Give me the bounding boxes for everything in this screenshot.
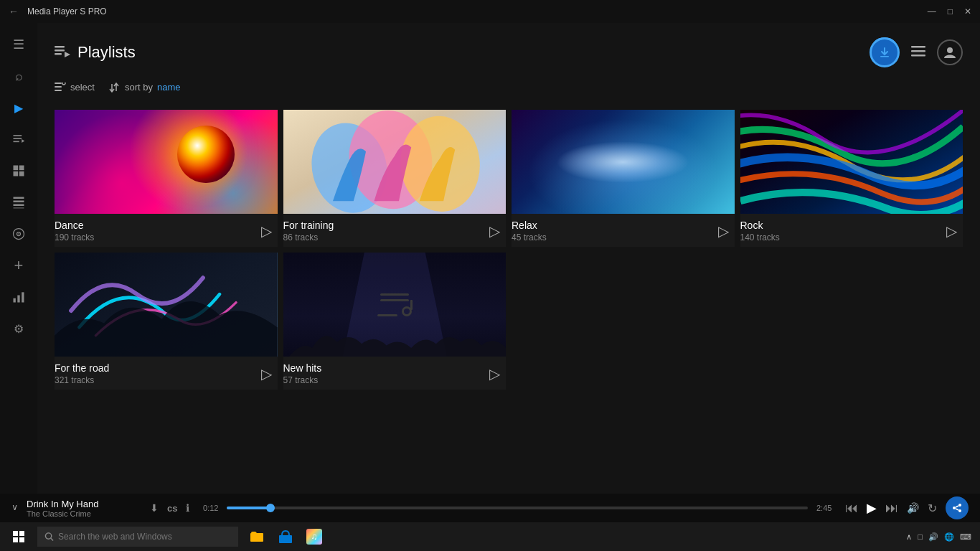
taskbar-app-store[interactable] (273, 522, 298, 551)
search-input[interactable] (58, 532, 231, 542)
tray-display-icon[interactable]: □ (918, 532, 923, 541)
close-button[interactable]: ✕ (964, 6, 971, 17)
search-icon (44, 532, 54, 542)
svg-marker-21 (65, 52, 70, 57)
svg-rect-23 (911, 46, 925, 48)
window-controls: — □ ✕ (928, 6, 971, 17)
user-icon[interactable] (937, 39, 963, 65)
sidebar-item-playlist[interactable] (0, 123, 37, 155)
taskbar-search-box[interactable] (37, 527, 238, 547)
player-track-name: Drink In My Hand (27, 499, 141, 509)
tray-arrow-icon[interactable]: ∧ (906, 532, 912, 542)
progress-fill (227, 507, 270, 509)
share-button[interactable] (946, 496, 969, 519)
svg-point-26 (947, 47, 953, 53)
prev-track-button[interactable]: ⏮ (845, 501, 858, 516)
repeat-button[interactable]: ↻ (928, 501, 937, 515)
svg-rect-4 (14, 166, 19, 171)
playlist-thumb-relax (512, 110, 735, 214)
progress-bar[interactable] (227, 507, 808, 509)
more-options-button[interactable] (911, 44, 925, 61)
play-button-dance[interactable]: ▷ (255, 220, 278, 242)
tray-speaker-icon[interactable]: 🔊 (928, 532, 938, 542)
store-icon (278, 529, 293, 544)
play-pause-button[interactable]: ▶ (867, 500, 877, 516)
playlist-card-relax[interactable]: Relax 45 tracks ▷ (512, 110, 735, 247)
svg-rect-17 (22, 292, 24, 302)
sidebar-item-menu[interactable]: ☰ (0, 29, 37, 60)
select-button[interactable]: select (55, 82, 95, 93)
sidebar-item-album[interactable] (0, 218, 37, 250)
play-button-rock[interactable]: ▷ (941, 220, 963, 242)
title-bar: ← Media Player S PRO — □ ✕ (0, 0, 980, 23)
sort-value[interactable]: name (157, 82, 181, 93)
player-collapse-button[interactable]: ∧ (11, 503, 18, 513)
total-time: 2:45 (816, 504, 837, 512)
playlist-card-hits[interactable]: New hits 57 tracks ▷ (283, 253, 507, 390)
sidebar-item-play[interactable]: ▶ (0, 92, 37, 123)
maximize-button[interactable]: □ (948, 6, 953, 17)
svg-rect-16 (17, 296, 19, 303)
file-explorer-icon (250, 529, 264, 544)
play-button-relax[interactable]: ▷ (712, 220, 735, 242)
progress-thumb (266, 504, 275, 512)
playlist-thumb-rock (740, 110, 963, 214)
header-actions (870, 37, 963, 67)
download-icon (879, 47, 890, 58)
sidebar-item-add[interactable]: + (0, 250, 37, 281)
svg-rect-45 (19, 531, 24, 536)
info-icon[interactable]: ℹ (186, 502, 189, 514)
playlist-card-road[interactable]: For the road 321 tracks ▷ (55, 253, 278, 390)
taskbar-app-file-explorer[interactable] (244, 522, 270, 551)
taskbar-app-media-player[interactable]: ♫ (301, 522, 327, 551)
app-title: Media Player S PRO (27, 6, 928, 17)
svg-rect-5 (19, 166, 24, 171)
playlist-thumb-dance (55, 110, 278, 214)
playlist-info-hits: New hits 57 tracks ▷ (283, 357, 507, 390)
svg-point-14 (18, 233, 19, 235)
sort-button[interactable]: sort by name (109, 82, 181, 93)
download-button[interactable] (870, 37, 900, 67)
playlist-info-training: For training 86 tracks ▷ (283, 214, 507, 247)
play-button-road[interactable]: ▷ (255, 362, 278, 385)
playlist-card-training[interactable]: For training 86 tracks ▷ (283, 110, 507, 247)
tray-network-icon[interactable]: 🌐 (944, 532, 954, 542)
next-track-button[interactable]: ⏭ (885, 501, 898, 516)
svg-point-40 (953, 507, 956, 509)
start-button[interactable] (0, 522, 37, 551)
sidebar-item-table[interactable] (0, 187, 37, 218)
svg-rect-19 (55, 50, 65, 52)
select-icon (55, 83, 66, 93)
toolbar: select sort by name (55, 82, 963, 93)
download-track-icon[interactable]: ⬇ (150, 502, 159, 514)
svg-rect-11 (14, 208, 24, 209)
svg-rect-8 (14, 197, 24, 199)
play-button-hits[interactable]: ▷ (484, 362, 506, 385)
playlist-tracks-dance: 190 tracks (55, 232, 94, 242)
sidebar-item-stats[interactable] (0, 281, 37, 313)
playlist-info-dance: Dance 190 tracks ▷ (55, 214, 278, 247)
taskbar: ♫ ∧ □ 🔊 🌐 ⌨ (0, 522, 980, 551)
sidebar-item-settings[interactable]: ⚙ (0, 313, 37, 344)
svg-rect-18 (55, 46, 65, 48)
minimize-button[interactable]: — (928, 6, 936, 17)
svg-line-43 (956, 509, 958, 510)
sort-icon (109, 83, 121, 93)
back-button[interactable]: ← (9, 6, 19, 17)
player-controls-left: ⬇ cs ℹ (150, 502, 189, 514)
volume-button[interactable]: 🔊 (907, 502, 919, 514)
playlist-name-road: For the road (55, 362, 109, 374)
sidebar-item-search[interactable]: ⌕ (0, 60, 37, 92)
playlist-thumb-training (283, 110, 507, 214)
svg-point-41 (958, 509, 961, 512)
windows-logo (13, 531, 24, 542)
sidebar-item-grid[interactable] (0, 155, 37, 187)
svg-rect-28 (55, 86, 62, 88)
playlist-card-rock[interactable]: Rock 140 tracks ▷ (740, 110, 963, 247)
tray-keyboard-icon[interactable]: ⌨ (960, 532, 971, 542)
play-button-training[interactable]: ▷ (484, 220, 506, 242)
page-header: Playlists (55, 37, 963, 67)
taskbar-apps: ♫ (244, 522, 327, 551)
scrobble-icon[interactable]: cs (167, 503, 177, 514)
playlist-card-dance[interactable]: Dance 190 tracks ▷ (55, 110, 278, 247)
